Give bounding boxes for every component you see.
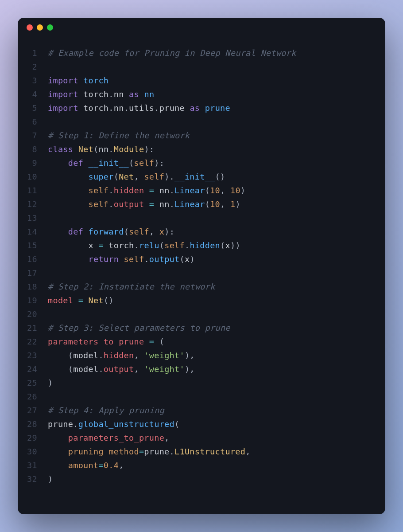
code-content[interactable]: import torch xyxy=(48,76,108,85)
code-content[interactable]: parameters_to_prune, xyxy=(48,433,170,442)
line-number: 6 xyxy=(18,117,48,126)
code-line[interactable]: 10 super(Net, self).__init__() xyxy=(18,170,385,184)
line-number: 1 xyxy=(18,48,48,58)
line-number: 23 xyxy=(18,351,48,360)
code-line[interactable]: 24 (model.output, 'weight'), xyxy=(18,362,385,376)
line-number: 25 xyxy=(18,378,48,387)
code-line[interactable]: 28prune.global_unstructured( xyxy=(18,417,385,431)
line-number: 27 xyxy=(18,406,48,415)
code-content[interactable]: (model.hidden, 'weight'), xyxy=(48,351,195,360)
code-content[interactable]: self.hidden = nn.Linear(10, 10) xyxy=(48,186,245,195)
line-number: 7 xyxy=(18,131,48,140)
code-content[interactable]: super(Net, self).__init__() xyxy=(48,172,225,181)
line-number: 12 xyxy=(18,200,48,209)
code-content[interactable]: (model.output, 'weight'), xyxy=(48,364,195,374)
code-content[interactable]: return self.output(x) xyxy=(48,254,195,264)
code-line[interactable]: 26 xyxy=(18,390,385,403)
line-number: 11 xyxy=(18,186,48,195)
code-line[interactable]: 21# Step 3: Select parameters to prune xyxy=(18,321,385,335)
line-number: 14 xyxy=(18,227,48,236)
code-line[interactable]: 22parameters_to_prune = ( xyxy=(18,335,385,348)
window-titlebar xyxy=(18,18,385,37)
code-content[interactable]: ) xyxy=(48,474,53,484)
code-content[interactable]: parameters_to_prune = ( xyxy=(48,337,164,346)
line-number: 2 xyxy=(18,62,48,71)
line-number: 8 xyxy=(18,145,48,154)
line-number: 5 xyxy=(18,103,48,113)
code-line[interactable]: 7# Step 1: Define the network xyxy=(18,129,385,142)
line-number: 21 xyxy=(18,323,48,332)
line-number: 20 xyxy=(18,309,48,319)
code-content[interactable]: import torch.nn as nn xyxy=(48,90,154,99)
code-line[interactable]: 32) xyxy=(18,472,385,486)
code-line[interactable]: 25) xyxy=(18,376,385,390)
code-line[interactable]: 3import torch xyxy=(18,74,385,87)
code-line[interactable]: 18# Step 2: Instantiate the network xyxy=(18,280,385,293)
code-editor[interactable]: 1# Example code for Pruning in Deep Neur… xyxy=(18,37,385,486)
line-number: 31 xyxy=(18,461,48,470)
code-content[interactable]: # Step 2: Instantiate the network xyxy=(48,282,215,291)
code-line[interactable]: 5import torch.nn.utils.prune as prune xyxy=(18,101,385,115)
code-line[interactable]: 27# Step 4: Apply pruning xyxy=(18,403,385,417)
code-line[interactable]: 29 parameters_to_prune, xyxy=(18,431,385,445)
line-number: 9 xyxy=(18,158,48,168)
code-line[interactable]: 1# Example code for Pruning in Deep Neur… xyxy=(18,46,385,60)
line-number: 29 xyxy=(18,433,48,442)
code-line[interactable]: 4import torch.nn as nn xyxy=(18,87,385,101)
code-content[interactable]: # Step 1: Define the network xyxy=(48,131,190,140)
line-number: 32 xyxy=(18,474,48,484)
code-content[interactable]: pruning_method=prune.L1Unstructured, xyxy=(48,447,251,456)
line-number: 26 xyxy=(18,392,48,401)
line-number: 19 xyxy=(18,296,48,305)
close-icon[interactable] xyxy=(27,24,33,31)
line-number: 24 xyxy=(18,364,48,374)
line-number: 15 xyxy=(18,241,48,250)
code-content[interactable]: self.output = nn.Linear(10, 1) xyxy=(48,200,240,209)
code-line[interactable]: 14 def forward(self, x): xyxy=(18,225,385,239)
code-content[interactable]: ) xyxy=(48,378,53,387)
code-line[interactable]: 2 xyxy=(18,60,385,74)
code-content[interactable]: import torch.nn.utils.prune as prune xyxy=(48,103,230,113)
code-content[interactable]: # Step 4: Apply pruning xyxy=(48,406,164,415)
code-line[interactable]: 11 self.hidden = nn.Linear(10, 10) xyxy=(18,184,385,197)
code-line[interactable]: 9 def __init__(self): xyxy=(18,156,385,170)
line-number: 16 xyxy=(18,254,48,264)
line-number: 4 xyxy=(18,90,48,99)
line-number: 22 xyxy=(18,337,48,346)
code-line[interactable]: 15 x = torch.relu(self.hidden(x)) xyxy=(18,239,385,252)
code-line[interactable]: 19model = Net() xyxy=(18,293,385,307)
code-line[interactable]: 20 xyxy=(18,307,385,321)
code-content[interactable]: x = torch.relu(self.hidden(x)) xyxy=(48,241,240,250)
code-content[interactable]: def __init__(self): xyxy=(48,158,164,168)
code-content[interactable]: prune.global_unstructured( xyxy=(48,419,179,429)
code-line[interactable]: 31 amount=0.4, xyxy=(18,458,385,472)
code-line[interactable]: 12 self.output = nn.Linear(10, 1) xyxy=(18,197,385,211)
code-line[interactable]: 23 (model.hidden, 'weight'), xyxy=(18,348,385,362)
code-line[interactable]: 30 pruning_method=prune.L1Unstructured, xyxy=(18,445,385,458)
minimize-icon[interactable] xyxy=(37,24,43,31)
code-content[interactable]: model = Net() xyxy=(48,296,114,305)
code-content[interactable]: # Example code for Pruning in Deep Neura… xyxy=(48,48,296,58)
editor-window: 1# Example code for Pruning in Deep Neur… xyxy=(18,18,385,514)
line-number: 3 xyxy=(18,76,48,85)
line-number: 17 xyxy=(18,268,48,278)
code-content[interactable]: amount=0.4, xyxy=(48,461,124,470)
line-number: 30 xyxy=(18,447,48,456)
code-content[interactable]: def forward(self, x): xyxy=(48,227,174,236)
line-number: 28 xyxy=(18,419,48,429)
code-line[interactable]: 8class Net(nn.Module): xyxy=(18,142,385,156)
line-number: 18 xyxy=(18,282,48,291)
maximize-icon[interactable] xyxy=(47,24,53,31)
code-content[interactable]: # Step 3: Select parameters to prune xyxy=(48,323,230,332)
code-line[interactable]: 17 xyxy=(18,266,385,280)
line-number: 10 xyxy=(18,172,48,181)
code-line[interactable]: 13 xyxy=(18,211,385,225)
line-number: 13 xyxy=(18,213,48,223)
code-line[interactable]: 6 xyxy=(18,115,385,129)
code-line[interactable]: 16 return self.output(x) xyxy=(18,252,385,266)
code-content[interactable]: class Net(nn.Module): xyxy=(48,145,154,154)
